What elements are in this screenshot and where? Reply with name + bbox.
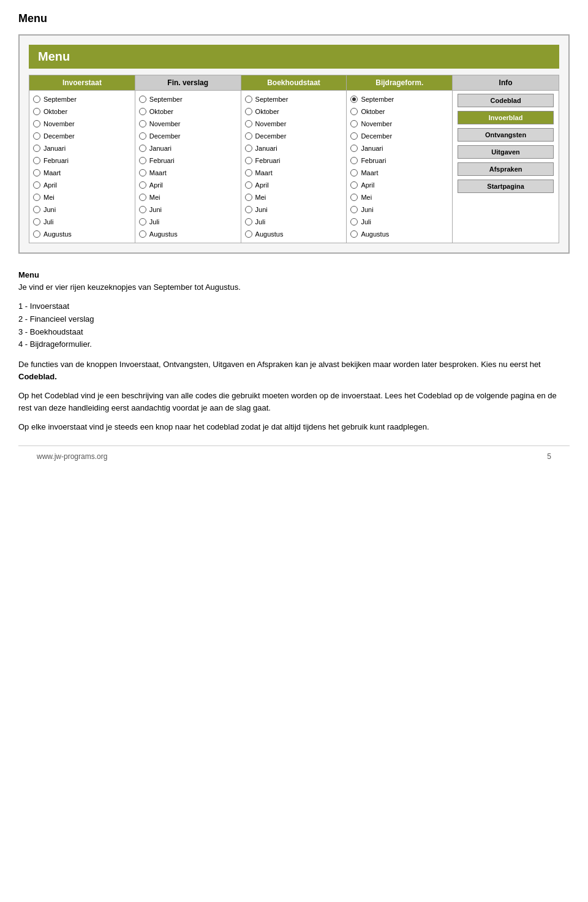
list-item[interactable]: Juli xyxy=(347,216,452,228)
uitgaven-button[interactable]: Uitgaven xyxy=(458,145,554,159)
list-item[interactable]: April xyxy=(347,179,452,191)
radio-november[interactable] xyxy=(245,120,252,127)
radio-juli[interactable] xyxy=(350,218,358,226)
radio-april[interactable] xyxy=(350,181,358,189)
list-item[interactable]: Januari xyxy=(29,142,135,154)
radio-december[interactable] xyxy=(33,132,40,140)
radio-september[interactable] xyxy=(139,96,146,103)
radio-mei[interactable] xyxy=(33,194,40,201)
list-item[interactable]: Juni xyxy=(347,203,452,216)
list-item[interactable]: Augustus xyxy=(135,228,241,240)
radio-maart[interactable] xyxy=(245,169,252,176)
list-item[interactable]: Januari xyxy=(347,142,452,154)
list-item[interactable]: Mei xyxy=(241,191,347,203)
list-item[interactable]: December xyxy=(29,130,135,142)
list-item[interactable]: September xyxy=(135,93,241,105)
list-item[interactable]: December xyxy=(135,130,241,142)
list-item[interactable]: Oktober xyxy=(135,105,241,118)
radio-mei[interactable] xyxy=(350,194,358,201)
list-item[interactable]: Februari xyxy=(241,154,347,167)
radio-september[interactable] xyxy=(245,96,252,103)
list-item[interactable]: Februari xyxy=(29,154,135,167)
radio-februari[interactable] xyxy=(245,157,252,164)
list-item[interactable]: November xyxy=(29,118,135,130)
list-item[interactable]: Mei xyxy=(135,191,241,203)
radio-maart[interactable] xyxy=(33,169,40,176)
list-item[interactable]: Maart xyxy=(135,167,241,179)
radio-april[interactable] xyxy=(33,181,40,189)
list-item[interactable]: Februari xyxy=(347,154,452,167)
list-item[interactable]: April xyxy=(29,179,135,191)
radio-juni[interactable] xyxy=(139,206,146,213)
list-item[interactable]: April xyxy=(241,179,347,191)
codeblad-button[interactable]: Codeblad xyxy=(458,94,554,107)
list-item[interactable]: Juli xyxy=(29,216,135,228)
list-item[interactable]: Augustus xyxy=(241,228,347,240)
radio-april[interactable] xyxy=(139,181,146,189)
list-item[interactable]: Juli xyxy=(135,216,241,228)
list-item[interactable]: September xyxy=(347,93,452,105)
radio-januari[interactable] xyxy=(33,145,40,152)
radio-mei[interactable] xyxy=(245,194,252,201)
list-item[interactable]: Juni xyxy=(135,203,241,216)
radio-oktober[interactable] xyxy=(245,108,252,115)
list-item[interactable]: Maart xyxy=(347,167,452,179)
list-item[interactable]: Juli xyxy=(241,216,347,228)
list-item[interactable]: December xyxy=(347,130,452,142)
list-item[interactable]: Juni xyxy=(241,203,347,216)
radio-september[interactable] xyxy=(33,96,40,103)
list-item[interactable]: Juni xyxy=(29,203,135,216)
list-item[interactable]: Augustus xyxy=(29,228,135,240)
radio-januari[interactable] xyxy=(245,145,252,152)
radio-augustus[interactable] xyxy=(139,230,146,238)
list-item[interactable]: Oktober xyxy=(241,105,347,118)
radio-juli[interactable] xyxy=(33,218,40,226)
radio-februari[interactable] xyxy=(33,157,40,164)
list-item[interactable]: Oktober xyxy=(347,105,452,118)
radio-maart[interactable] xyxy=(350,169,358,176)
invoerblad-button[interactable]: Invoerblad xyxy=(458,111,554,124)
radio-oktober[interactable] xyxy=(350,108,358,115)
list-item[interactable]: Mei xyxy=(347,191,452,203)
radio-juli[interactable] xyxy=(139,218,146,226)
radio-december[interactable] xyxy=(139,132,146,140)
radio-november[interactable] xyxy=(33,120,40,127)
list-item[interactable]: December xyxy=(241,130,347,142)
list-item[interactable]: November xyxy=(135,118,241,130)
radio-februari[interactable] xyxy=(139,157,146,164)
radio-oktober[interactable] xyxy=(139,108,146,115)
list-item[interactable]: Februari xyxy=(135,154,241,167)
radio-november[interactable] xyxy=(350,120,358,127)
ontvangsten-button[interactable]: Ontvangsten xyxy=(458,128,554,142)
radio-augustus[interactable] xyxy=(33,230,40,238)
radio-september-selected[interactable] xyxy=(350,96,358,103)
radio-april[interactable] xyxy=(245,181,252,189)
list-item[interactable]: Maart xyxy=(29,167,135,179)
startpagina-button[interactable]: Startpagina xyxy=(458,180,554,193)
radio-juni[interactable] xyxy=(350,206,358,213)
list-item[interactable]: September xyxy=(29,93,135,105)
list-item[interactable]: April xyxy=(135,179,241,191)
radio-december[interactable] xyxy=(350,132,358,140)
list-item[interactable]: Oktober xyxy=(29,105,135,118)
radio-juni[interactable] xyxy=(33,206,40,213)
radio-december[interactable] xyxy=(245,132,252,140)
list-item[interactable]: Maart xyxy=(241,167,347,179)
list-item[interactable]: Januari xyxy=(135,142,241,154)
radio-oktober[interactable] xyxy=(33,108,40,115)
list-item[interactable]: November xyxy=(241,118,347,130)
list-item[interactable]: Augustus xyxy=(347,228,452,240)
list-item[interactable]: November xyxy=(347,118,452,130)
radio-november[interactable] xyxy=(139,120,146,127)
radio-juni[interactable] xyxy=(245,206,252,213)
radio-juli[interactable] xyxy=(245,218,252,226)
radio-augustus[interactable] xyxy=(350,230,358,238)
list-item[interactable]: Januari xyxy=(241,142,347,154)
radio-mei[interactable] xyxy=(139,194,146,201)
radio-augustus[interactable] xyxy=(245,230,252,238)
list-item[interactable]: Mei xyxy=(29,191,135,203)
radio-februari[interactable] xyxy=(350,157,358,164)
radio-januari[interactable] xyxy=(139,145,146,152)
afspraken-button[interactable]: Afspraken xyxy=(458,162,554,176)
list-item[interactable]: September xyxy=(241,93,347,105)
